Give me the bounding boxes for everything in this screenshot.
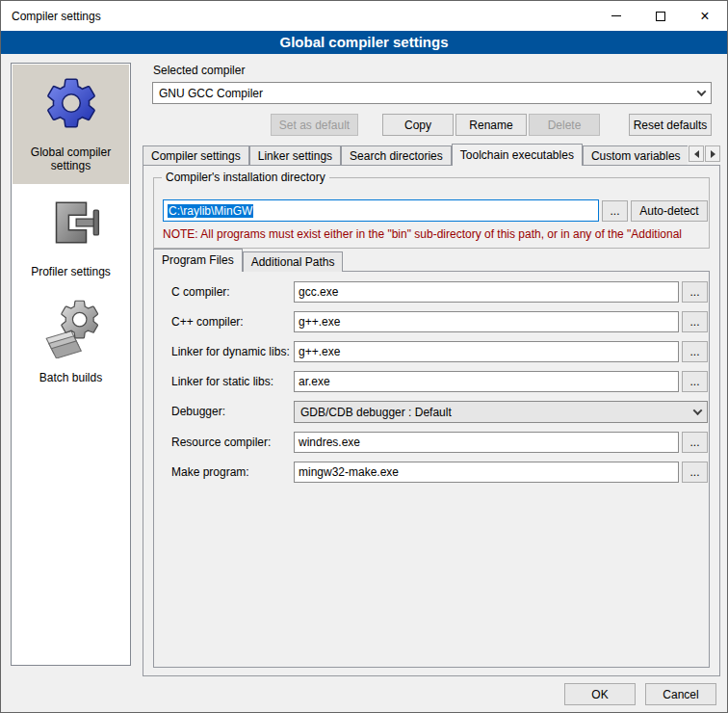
chevron-down-icon (693, 406, 703, 415)
c-compiler-label: C compiler: (171, 281, 230, 303)
linker-dynamic-label: Linker for dynamic libs: (171, 341, 290, 362)
sidebar: Global compiler settings Profiler settin… (11, 63, 131, 666)
sidebar-item-batch-builds[interactable]: Batch builds (13, 290, 129, 396)
arrow-right-icon (711, 150, 715, 158)
window-controls: × (594, 1, 727, 31)
global-compiler-settings-gear-icon (41, 73, 101, 133)
tab-compiler-settings[interactable]: Compiler settings (143, 145, 249, 165)
resource-compiler-browse-button[interactable]: ... (682, 432, 708, 453)
make-program-value: mingw32-make.exe (299, 465, 399, 479)
installation-directory-group: Compiler's installation directory C:\ray… (153, 177, 710, 249)
main-tabstrip: Compiler settingsLinker settingsSearch d… (143, 144, 688, 166)
resource-compiler-value: windres.exe (299, 436, 360, 449)
c-compiler-browse-button[interactable]: ... (682, 281, 708, 303)
maximize-button[interactable] (638, 1, 683, 31)
batch-builds-gear-icon (41, 299, 101, 358)
profiler-settings-clamp-icon (41, 193, 101, 252)
linker-dynamic-value: g++.exe (299, 345, 340, 358)
subtab-additional-paths[interactable]: Additional Paths (243, 251, 344, 272)
ok-button[interactable]: OK (564, 683, 636, 705)
cancel-button[interactable]: Cancel (645, 683, 716, 705)
linker-static-label: Linker for static libs: (171, 371, 273, 392)
linker-static-value: ar.exe (299, 375, 330, 388)
tab-linker-settings[interactable]: Linker settings (249, 145, 341, 165)
toolchain-executables-panel: Compiler's installation directory C:\ray… (143, 165, 720, 676)
maximize-icon (656, 12, 665, 21)
cpp-compiler-label: C++ compiler: (171, 311, 244, 332)
linker-dynamic-input[interactable]: g++.exe (294, 341, 679, 362)
debugger-value: GDB/CDB debugger : Default (300, 406, 452, 419)
c-compiler-input[interactable]: gcc.exe (294, 281, 679, 303)
sidebar-item-label: Global compiler settings (14, 145, 127, 172)
program-files-panel: C compiler: gcc.exe ... C++ compiler: g+… (153, 271, 710, 668)
compiler-settings-dialog: Compiler settings × Global compiler sett… (0, 0, 728, 713)
cpp-compiler-value: g++.exe (299, 315, 340, 329)
dialog-header: Global compiler settings (1, 31, 727, 54)
dialog-header-title: Global compiler settings (279, 34, 448, 50)
installation-directory-note: NOTE: All programs must exist either in … (163, 227, 704, 241)
tab-search-directories[interactable]: Search directories (341, 145, 452, 165)
c-compiler-value: gcc.exe (299, 285, 338, 299)
auto-detect-button[interactable]: Auto-detect (631, 200, 708, 222)
sub-tabstrip: Program FilesAdditional Paths (153, 249, 343, 272)
chevron-down-icon (697, 87, 707, 96)
tab-toolchain-executables[interactable]: Toolchain executables (452, 144, 583, 166)
resource-compiler-label: Resource compiler: (171, 432, 271, 453)
tab-scroll-left-button[interactable] (689, 145, 704, 162)
set-as-default-button[interactable]: Set as default (271, 114, 358, 136)
delete-button[interactable]: Delete (529, 114, 600, 136)
copy-button[interactable]: Copy (382, 114, 454, 136)
minimize-icon (611, 15, 621, 16)
tab-custom-variables[interactable]: Custom variables (583, 145, 688, 165)
window-title: Compiler settings (1, 10, 101, 23)
installation-directory-group-title: Compiler's installation directory (162, 171, 329, 184)
make-program-label: Make program: (171, 462, 249, 483)
selected-compiler-label: Selected compiler (153, 60, 245, 81)
cpp-compiler-browse-button[interactable]: ... (682, 311, 708, 332)
minimize-button[interactable] (594, 1, 638, 31)
selected-compiler-value: GNU GCC Compiler (159, 87, 263, 100)
resource-compiler-input[interactable]: windres.exe (294, 432, 679, 453)
sidebar-item-global-compiler-settings[interactable]: Global compiler settings (13, 65, 129, 184)
debugger-label: Debugger: (171, 401, 225, 422)
rename-button[interactable]: Rename (455, 114, 527, 136)
make-program-input[interactable]: mingw32-make.exe (294, 462, 679, 483)
linker-static-input[interactable]: ar.exe (294, 371, 679, 392)
sidebar-item-profiler-settings[interactable]: Profiler settings (13, 184, 129, 290)
sidebar-item-label: Batch builds (39, 371, 102, 384)
cpp-compiler-input[interactable]: g++.exe (294, 311, 679, 332)
sidebar-item-label: Profiler settings (31, 265, 111, 278)
make-program-browse-button[interactable]: ... (682, 462, 708, 483)
subtab-program-files[interactable]: Program Files (153, 249, 243, 272)
linker-dynamic-browse-button[interactable]: ... (682, 341, 708, 362)
linker-static-browse-button[interactable]: ... (682, 371, 708, 392)
close-button[interactable]: × (683, 1, 727, 31)
installation-directory-value: C:\raylib\MinGW (168, 204, 253, 218)
arrow-left-icon (694, 150, 699, 158)
installation-directory-browse-button[interactable]: ... (602, 200, 628, 222)
tab-scroll-right-button[interactable] (705, 145, 720, 162)
reset-defaults-button[interactable]: Reset defaults (629, 114, 712, 136)
selected-compiler-combobox[interactable]: GNU GCC Compiler (152, 82, 712, 104)
titlebar: Compiler settings × (1, 1, 727, 31)
installation-directory-input[interactable]: C:\raylib\MinGW (163, 199, 599, 222)
debugger-combobox[interactable]: GDB/CDB debugger : Default (294, 401, 708, 423)
close-icon: × (700, 9, 709, 24)
